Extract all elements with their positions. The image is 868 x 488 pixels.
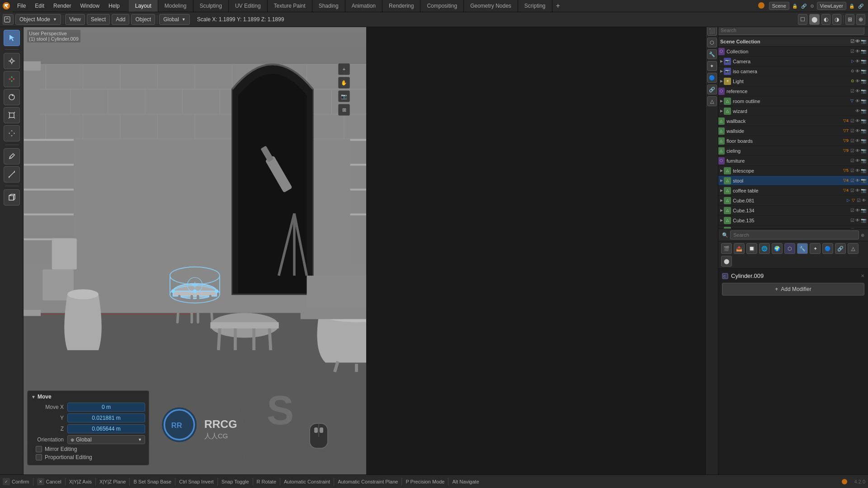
tab-animation[interactable]: Animation (345, 0, 382, 12)
view-menu[interactable]: View (65, 14, 85, 25)
menu-render[interactable]: Render (49, 0, 75, 12)
menu-file[interactable]: File (13, 0, 30, 12)
object-menu[interactable]: Object (131, 14, 155, 25)
col-eye[interactable]: 👁 (855, 49, 860, 54)
prop-world-btn[interactable]: 🌍 (772, 243, 783, 254)
wizard-arrow[interactable]: ▶ (720, 109, 723, 113)
prop-particles-btn[interactable]: ✦ (810, 243, 821, 254)
outliner-reference[interactable]: ▶ ⬡ reference ☑ 👁 📷 (706, 86, 868, 96)
iso-camera-arrow[interactable]: ▶ (720, 69, 723, 73)
menu-window[interactable]: Window (75, 0, 104, 12)
viewport-shading-wireframe[interactable]: ☐ (798, 14, 807, 25)
outliner-scene-collection[interactable]: ▶ ⬡ Scene Collection ☑ 👁 📷 (706, 37, 868, 47)
move-panel-header[interactable]: ▼ Move (31, 394, 145, 400)
cube134-arrow[interactable]: ▶ (720, 208, 723, 212)
scene-col-checkbox[interactable]: ☑ (850, 39, 854, 44)
outliner-cube134[interactable]: ▶ △ Cube.134 ☑ 👁 📷 (706, 206, 868, 216)
cube135-arrow[interactable]: ▶ (720, 218, 723, 222)
rotate-tool[interactable] (4, 89, 20, 105)
tab-rendering[interactable]: Rendering (382, 0, 420, 12)
move-y-value[interactable]: 0.021881 m (67, 413, 145, 422)
prop-output-btn[interactable]: 📤 (734, 243, 745, 254)
tab-modeling[interactable]: Modeling (158, 0, 193, 12)
view-layer-selector[interactable]: ViewLayer (817, 2, 846, 10)
add-menu[interactable]: Add (112, 14, 129, 25)
overlay-toggle[interactable]: ⊞ (845, 14, 854, 25)
move-tool[interactable] (4, 71, 20, 87)
prop-material-btn[interactable]: ⬤ (721, 256, 732, 267)
tab-uv-editing[interactable]: UV Editing (229, 0, 268, 12)
cube081-arrow[interactable]: ▶ (720, 198, 723, 202)
outliner-furniture[interactable]: ▶ ⬡ furniture ☑ 👁 📷 (706, 156, 868, 166)
prop-render-btn[interactable]: 🎬 (721, 243, 732, 254)
prop-clear-btn[interactable]: ✕ (861, 273, 864, 278)
telescope-arrow[interactable]: ▶ (720, 169, 723, 173)
gizmo-toggle[interactable]: ⊕ (856, 14, 865, 25)
properties-options-icon[interactable]: ⊕ (861, 233, 864, 238)
camera-arrow[interactable]: ▶ (720, 59, 723, 63)
outliner-search-input[interactable] (717, 26, 864, 35)
orientation-select[interactable]: ⊕ Global ▼ (67, 435, 145, 444)
outliner-floor-boards[interactable]: ▶ △ floor boards ▽9 ☑ 👁 📷 (706, 136, 868, 146)
properties-search-input[interactable] (730, 230, 859, 239)
proportional-editing-checkbox[interactable] (36, 454, 42, 460)
outliner-collection[interactable]: ▶ ⬡ Collection ☑ 👁 📷 (706, 47, 868, 56)
menu-edit[interactable]: Edit (30, 0, 49, 12)
outliner-wallback[interactable]: ▶ △ wallback ▽4 ☑ 👁 📷 (706, 116, 868, 126)
light-arrow[interactable]: ▶ (720, 79, 723, 83)
outliner-coffee-table[interactable]: ▶ △ coffee table ▽4 ☑ 👁 📷 (706, 186, 868, 196)
cube136-arrow[interactable]: ▶ (720, 228, 723, 229)
mirror-editing-checkbox[interactable] (36, 446, 42, 452)
scene-col-render[interactable]: 📷 (861, 39, 866, 44)
tab-shading[interactable]: Shading (312, 0, 345, 12)
tab-sculpting[interactable]: Sculpting (193, 0, 229, 12)
outliner-cube081[interactable]: ▶ △ Cube.081 ▷ ▽ ☑ 👁 (706, 196, 868, 206)
outliner-iso-camera[interactable]: ▶ 📷 iso camera ⊙ 👁 📷 (706, 66, 868, 76)
viewport-shading-rendered[interactable]: ◑ (832, 14, 841, 25)
cursor-tool[interactable] (4, 53, 20, 69)
prop-object-btn[interactable]: ⬡ (784, 243, 795, 254)
tab-geometry-nodes[interactable]: Geometry Nodes (464, 0, 518, 12)
prop-modifier-btn[interactable]: 🔧 (797, 243, 808, 254)
scene-selector[interactable]: Scene (769, 2, 789, 10)
zoom-in-btn[interactable]: + (338, 63, 350, 75)
camera-view-btn[interactable]: 📷 (338, 90, 350, 102)
add-workspace-button[interactable]: + (552, 0, 564, 12)
transform-tool[interactable] (4, 125, 20, 141)
scale-tool[interactable] (4, 107, 20, 123)
col-checkbox[interactable]: ☑ (850, 49, 854, 54)
viewport-shading-material[interactable]: ◐ (821, 14, 830, 25)
viewport-shading-solid[interactable]: ⬤ (809, 14, 820, 25)
outliner-cube135[interactable]: ▶ △ Cube.135 ☑ 👁 📷 (706, 216, 868, 225)
stool-arrow[interactable]: ▶ (720, 178, 723, 183)
outliner-telescope[interactable]: ▶ △ telescope ▽5 ☑ 👁 📷 (706, 166, 868, 176)
outliner-camera[interactable]: ▶ 📷 Camera ▷ 👁 📷 (706, 56, 868, 66)
outliner-wallside[interactable]: ▶ △ wallside ▽7 ☑ 👁 📷 (706, 126, 868, 136)
transform-space[interactable]: Global ▼ (159, 14, 190, 25)
outliner-cieling[interactable]: ▶ △ cieling ▽9 ☑ 👁 📷 (706, 146, 868, 156)
quad-view-btn[interactable]: ⊞ (338, 104, 350, 116)
tab-compositing[interactable]: Compositing (420, 0, 464, 12)
col-render[interactable]: 📷 (861, 49, 866, 54)
coffee-table-arrow[interactable]: ▶ (720, 188, 723, 192)
prop-scene-btn[interactable]: 🌐 (759, 243, 770, 254)
move-x-value[interactable]: 0 m (67, 403, 145, 412)
outliner-cube136[interactable]: ▶ △ Cube.136 ☑ 👁 📷 (706, 225, 868, 229)
add-modifier-button[interactable]: + Add Modifier (722, 283, 864, 296)
select-menu[interactable]: Select (87, 14, 110, 25)
object-mode-selector[interactable]: Object Mode ▼ (15, 14, 61, 25)
prop-physics-btn[interactable]: 🔵 (822, 243, 833, 254)
outliner-stool[interactable]: ▶ △ stool ▽4 ☑ 👁 📷 (706, 176, 868, 186)
scene-col-eye[interactable]: 👁 (855, 39, 860, 44)
outliner-light[interactable]: ▶ ☀ Light ⊙ 👁 📷 (706, 76, 868, 86)
grab-btn[interactable]: ✋ (338, 77, 350, 89)
add-cube-tool[interactable] (4, 189, 20, 206)
menu-help[interactable]: Help (104, 0, 124, 12)
outliner-content[interactable]: ▶ ⬡ Scene Collection ☑ 👁 📷 ▶ ⬡ Collectio… (706, 37, 868, 229)
annotate-tool[interactable] (4, 148, 20, 164)
room-outline-arrow[interactable]: ▶ (720, 99, 723, 103)
prop-constraints-btn[interactable]: 🔗 (835, 243, 846, 254)
prop-view-layer-btn[interactable]: 🔲 (746, 243, 757, 254)
tab-texture-paint[interactable]: Texture Paint (268, 0, 312, 12)
tab-scripting[interactable]: Scripting (518, 0, 552, 12)
